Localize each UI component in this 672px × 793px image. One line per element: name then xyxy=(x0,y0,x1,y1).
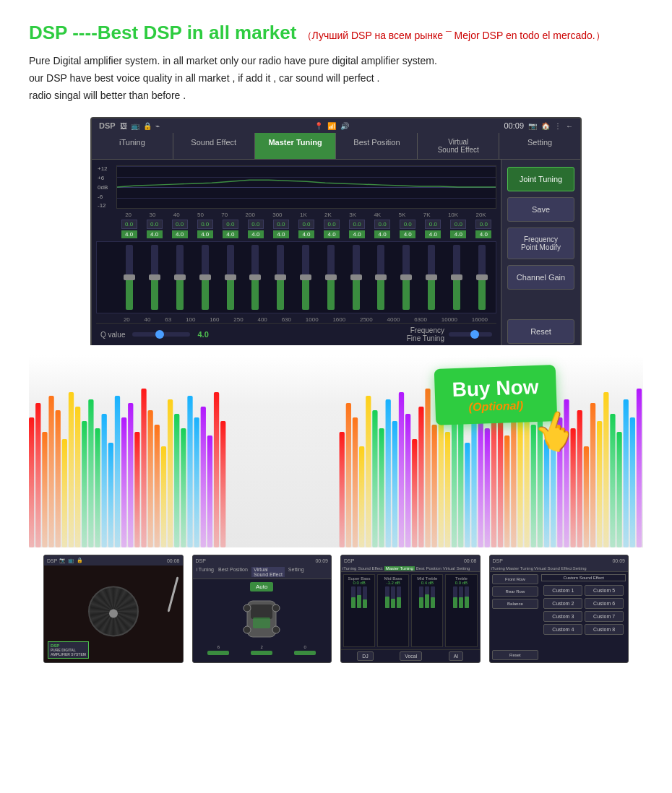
svg-rect-12 xyxy=(108,443,113,547)
title-suffix: （Лучший DSP на всем рынке ¯ Mejor DSP en… xyxy=(302,30,606,41)
svg-rect-48 xyxy=(458,417,463,547)
svg-rect-69 xyxy=(597,421,602,547)
eq-slider-0[interactable] xyxy=(126,245,133,310)
eq-slider-8[interactable] xyxy=(327,245,335,310)
svg-rect-1 xyxy=(35,403,40,547)
thumb-status-eq: DSP 00:08 xyxy=(341,555,480,566)
thumb-status-custom: DSP 00:09 xyxy=(490,555,629,566)
eq-slider-10[interactable] xyxy=(377,245,384,310)
eq-slider-13[interactable] xyxy=(453,245,460,310)
svg-rect-11 xyxy=(102,414,107,547)
q-value: 4.0 xyxy=(197,330,208,339)
vocal-button[interactable]: Vocal xyxy=(400,651,422,661)
eq-slider-1[interactable] xyxy=(151,245,158,310)
svg-rect-21 xyxy=(168,399,173,547)
svg-rect-56 xyxy=(511,403,516,547)
svg-rect-2 xyxy=(42,432,47,547)
eq-slider-4[interactable] xyxy=(227,245,234,310)
eq-slider-9[interactable] xyxy=(353,245,360,310)
visual-section: Buy Now (Optional) 👆 xyxy=(29,345,643,547)
eq-slider-5[interactable] xyxy=(251,245,259,310)
svg-rect-73 xyxy=(624,399,629,547)
svg-rect-9 xyxy=(88,399,93,547)
eq-sliders-row xyxy=(96,241,496,313)
location-icon: 📍 xyxy=(314,122,323,130)
svg-rect-82 xyxy=(253,618,270,628)
tab-best-position[interactable]: Best Position xyxy=(336,133,418,159)
svg-rect-67 xyxy=(584,446,589,547)
channel-gain-button[interactable]: Channel Gain xyxy=(507,265,574,290)
svg-rect-43 xyxy=(425,389,430,547)
svg-rect-51 xyxy=(478,414,483,547)
svg-rect-27 xyxy=(207,436,212,547)
eq-slider-2[interactable] xyxy=(176,245,184,310)
svg-point-81 xyxy=(272,626,280,633)
tab-sound-effect[interactable]: Sound Effect xyxy=(173,133,255,159)
freq-fine-slider[interactable] xyxy=(449,332,492,337)
svg-rect-71 xyxy=(610,414,615,547)
lock-icon: 🔒 xyxy=(143,122,152,130)
optional-label: (Optional) xyxy=(452,399,539,415)
svg-rect-5 xyxy=(62,439,67,547)
svg-rect-18 xyxy=(148,410,153,547)
q-label: Q value xyxy=(100,331,125,339)
svg-rect-4 xyxy=(56,410,61,547)
back-icon: ← xyxy=(566,122,573,130)
eq-slider-6[interactable] xyxy=(277,245,284,310)
screenshots-row: DSP 📷 📺 🔒 00:08 DSP PU xyxy=(29,555,643,663)
svg-rect-22 xyxy=(174,414,179,547)
ai-button[interactable]: AI xyxy=(449,651,464,661)
eq-footer: Q value 4.0 FrequencyFine Tuning xyxy=(96,323,496,345)
dsp-tabs: iTuning Sound Effect Master Tuning Best … xyxy=(92,133,580,160)
q-slider[interactable] xyxy=(132,332,190,337)
svg-rect-32 xyxy=(353,417,358,547)
svg-rect-13 xyxy=(115,396,120,547)
svg-point-80 xyxy=(244,626,251,633)
tab-master-tuning[interactable]: Master Tuning xyxy=(255,133,337,159)
tab-ituning[interactable]: iTuning xyxy=(92,133,173,159)
svg-rect-37 xyxy=(386,399,391,547)
dj-button[interactable]: DJ xyxy=(357,651,374,661)
eq-slider-14[interactable] xyxy=(478,245,486,310)
svg-rect-75 xyxy=(637,389,642,547)
svg-rect-36 xyxy=(379,428,384,547)
joint-tuning-button[interactable]: Joint Tuning xyxy=(507,167,574,191)
home-icon: 🏠 xyxy=(541,122,550,130)
svg-rect-42 xyxy=(418,407,423,547)
tab-setting[interactable]: Setting xyxy=(499,133,580,159)
svg-rect-68 xyxy=(590,403,595,547)
dsp-main-area: +12 +6 0dB -6 -12 xyxy=(92,160,580,351)
svg-rect-19 xyxy=(155,425,160,547)
svg-rect-44 xyxy=(432,425,437,547)
svg-rect-33 xyxy=(359,446,364,547)
thumb-status-car: DSP 00:09 xyxy=(193,555,332,566)
svg-rect-0 xyxy=(29,417,34,547)
eq-slider-7[interactable] xyxy=(302,245,309,310)
svg-point-78 xyxy=(244,604,251,612)
svg-rect-74 xyxy=(630,417,635,547)
eq-slider-11[interactable] xyxy=(402,245,410,310)
tab-virtual-sound[interactable]: VirtualSound Effect xyxy=(418,133,499,159)
thumb-status-1: DSP 📷 📺 🔒 00:08 xyxy=(44,555,183,566)
status-icons: 🖼 📺 🔒 ⌁ xyxy=(120,122,160,130)
svg-rect-29 xyxy=(220,421,225,547)
eq-slider-12[interactable] xyxy=(428,245,435,310)
svg-rect-17 xyxy=(141,389,146,547)
svg-rect-15 xyxy=(128,403,133,547)
reset-button[interactable]: Reset xyxy=(507,319,574,344)
svg-rect-24 xyxy=(187,396,192,547)
eq-slider-3[interactable] xyxy=(202,245,209,310)
save-button[interactable]: Save xyxy=(507,197,574,222)
camera-icon: 📷 xyxy=(528,122,537,130)
dsp-screen: DSP 🖼 📺 🔒 ⌁ 📍 📶 🔊 00:09 📷 🏠 ⋮ ← iTuning … xyxy=(90,117,582,352)
dsp-badge: DSP PURE DIGITALAMPLIFIER SYSTEM xyxy=(48,641,89,659)
svg-rect-34 xyxy=(366,396,371,547)
frequency-point-modify-button[interactable]: FrequencyPoint Modify xyxy=(507,228,574,259)
main-title: DSP ----Best DSP in all market （Лучший D… xyxy=(29,22,643,44)
svg-rect-54 xyxy=(498,410,503,547)
description: Pure Digital amplifier system. in all ma… xyxy=(29,53,643,104)
svg-rect-55 xyxy=(504,436,509,547)
svg-rect-41 xyxy=(412,439,417,547)
screenshot-car: DSP 00:09 i Tuning Best Position Virtual… xyxy=(192,555,332,663)
usb-icon: ⌁ xyxy=(155,122,160,130)
